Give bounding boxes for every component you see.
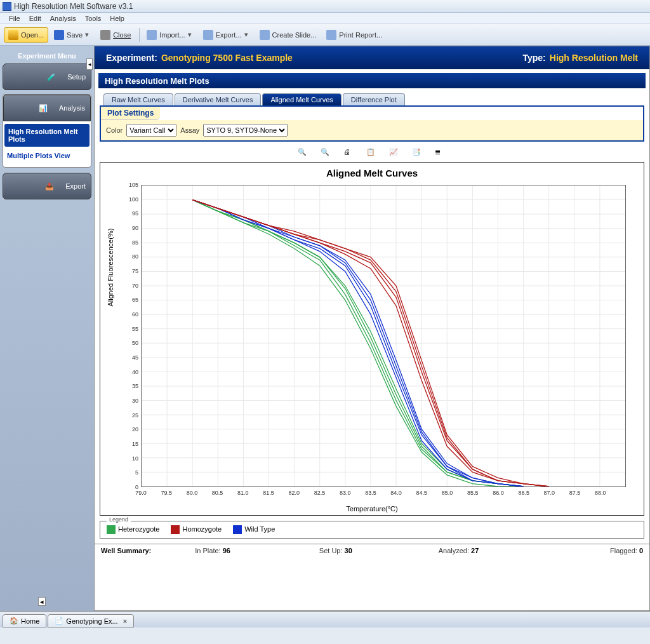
color-select[interactable]: Variant Call — [126, 124, 176, 137]
app-title: High Resolution Melt Software v3.1 — [14, 2, 133, 11]
color-label: Color — [106, 126, 123, 134]
assay-select[interactable]: SYTO 9, SYTO9-None — [203, 124, 288, 137]
sidebar-analysis-button[interactable]: 📊 Analysis — [3, 95, 91, 121]
sidebar-item-hrm-plots[interactable]: High Resolution Melt Plots — [4, 124, 90, 147]
chart-print-icon[interactable] — [343, 148, 355, 159]
sidebar: Experiment Menu ◂ 🧪 Setup 📊 Analysis Hig… — [0, 46, 94, 611]
menu-bar: File Edit Analysis Tools Help — [0, 13, 650, 24]
y-tick: 45 — [119, 354, 138, 361]
x-tick: 81.0 — [235, 490, 251, 496]
x-tick: 81.5 — [261, 490, 276, 496]
y-tick: 85 — [119, 239, 138, 246]
y-tick: 95 — [119, 210, 138, 217]
setup-label: Setup — [67, 73, 86, 81]
open-label: Open... — [21, 31, 44, 39]
menu-help[interactable]: Help — [106, 15, 128, 22]
title-bar: High Resolution Melt Software v3.1 — [0, 0, 650, 13]
y-tick: 30 — [119, 398, 138, 404]
x-tick: 85.5 — [465, 490, 481, 496]
analysis-label: Analysis — [59, 104, 85, 112]
sidebar-setup-button[interactable]: 🧪 Setup — [3, 64, 91, 90]
sidebar-expand-button[interactable]: ◂ — [38, 597, 46, 606]
open-button[interactable]: Open... — [4, 27, 48, 43]
x-tick: 80.5 — [210, 490, 225, 496]
y-tick: 80 — [119, 253, 138, 260]
sidebar-collapse-button[interactable]: ◂ — [86, 58, 93, 70]
print-label: Print Report... — [339, 31, 382, 39]
chart-legend-icon[interactable] — [435, 148, 446, 159]
save-button[interactable]: Save▾ — [50, 27, 95, 43]
chart-edit-icon[interactable] — [389, 148, 401, 159]
separator — [139, 28, 140, 42]
zoom-in-icon[interactable] — [298, 148, 309, 159]
experiment-label: Experiment: — [106, 53, 157, 63]
menu-file[interactable]: File — [5, 15, 24, 22]
setup-icon: 🧪 — [36, 65, 67, 88]
chart-axes: Aligned Fluorescence(%) 0510152025303540… — [114, 180, 628, 504]
sidebar-export-label: Export — [65, 182, 86, 190]
well-summary-row: Well Summary: In Plate: 96 Set Up: 30 An… — [95, 544, 649, 556]
section-title: High Resolution Melt Plots — [98, 73, 646, 88]
import-label: Import... — [159, 31, 185, 39]
export-icon — [203, 30, 213, 40]
sidebar-export-button[interactable]: 📤 Export — [3, 173, 91, 199]
in-plate-label: In Plate: — [195, 547, 220, 554]
plot-tabs: Raw Melt Curves Derivative Melt Curves A… — [95, 93, 649, 105]
menu-analysis[interactable]: Analysis — [46, 15, 80, 22]
chart-title: Aligned Melt Curves — [103, 165, 641, 180]
chevron-down-icon[interactable]: ▾ — [84, 30, 90, 39]
menu-tools[interactable]: Tools — [81, 15, 105, 22]
y-tick: 40 — [119, 369, 138, 375]
legend-swatch — [107, 525, 116, 534]
experiment-name: Genotyping 7500 Fast Example — [161, 53, 293, 63]
y-tick: 100 — [119, 196, 138, 203]
export-label: Export... — [216, 31, 242, 39]
document-tabs: Home 📄Genotyping Ex...× — [0, 611, 650, 627]
doc-label: Genotyping Ex... — [66, 617, 117, 625]
chevron-down-icon[interactable]: ▾ — [187, 30, 193, 39]
y-tick: 90 — [119, 225, 138, 231]
import-button[interactable]: Import...▾ — [142, 27, 197, 43]
tab-home[interactable]: Home — [3, 614, 46, 627]
tab-close-icon[interactable]: × — [123, 617, 127, 625]
close-label: Close — [113, 31, 131, 39]
save-icon — [54, 30, 64, 40]
y-tick: 105 — [119, 182, 138, 188]
tab-difference-plot[interactable]: Difference Plot — [343, 93, 405, 105]
x-tick: 82.5 — [312, 490, 327, 496]
close-button[interactable]: Close — [96, 27, 135, 43]
legend-title: Legend — [107, 516, 131, 523]
chart-toolbar — [95, 142, 649, 162]
tab-aligned-melt[interactable]: Aligned Melt Curves — [262, 93, 341, 105]
well-summary-label: Well Summary: — [101, 547, 151, 554]
tab-document[interactable]: 📄Genotyping Ex...× — [48, 614, 134, 627]
export-button[interactable]: Export...▾ — [199, 27, 254, 43]
chart-options-icon[interactable] — [412, 148, 423, 159]
legend-box: Legend HeterozygoteHomozygoteWild Type — [100, 521, 644, 539]
chevron-down-icon[interactable]: ▾ — [243, 30, 249, 39]
close-icon — [100, 30, 110, 40]
doc-icon: 📄 — [55, 617, 63, 625]
chart-copy-icon[interactable] — [366, 148, 378, 159]
plot-box[interactable] — [141, 185, 626, 487]
tab-raw-melt[interactable]: Raw Melt Curves — [103, 93, 173, 105]
x-tick: 87.5 — [567, 490, 583, 496]
y-tick: 70 — [119, 283, 138, 289]
legend-item: Heterozygote — [107, 525, 159, 534]
analysis-icon: 📊 — [27, 97, 59, 119]
import-icon — [147, 30, 157, 40]
x-tick: 86.0 — [491, 490, 506, 496]
menu-edit[interactable]: Edit — [25, 15, 45, 22]
x-tick: 84.0 — [388, 490, 404, 496]
app-icon — [3, 2, 11, 11]
tab-derivative-melt[interactable]: Derivative Melt Curves — [175, 93, 262, 105]
print-report-button[interactable]: Print Report... — [322, 27, 387, 43]
y-tick: 35 — [119, 383, 138, 389]
legend-item: Homozygote — [171, 525, 222, 534]
y-tick: 60 — [119, 311, 138, 318]
x-tick: 82.0 — [286, 490, 302, 496]
create-slide-button[interactable]: Create Slide... — [255, 27, 321, 43]
sidebar-header: Experiment Menu — [3, 48, 91, 64]
zoom-out-icon[interactable] — [321, 148, 332, 159]
sidebar-item-multiple-plots[interactable]: Multiple Plots View — [3, 148, 91, 163]
